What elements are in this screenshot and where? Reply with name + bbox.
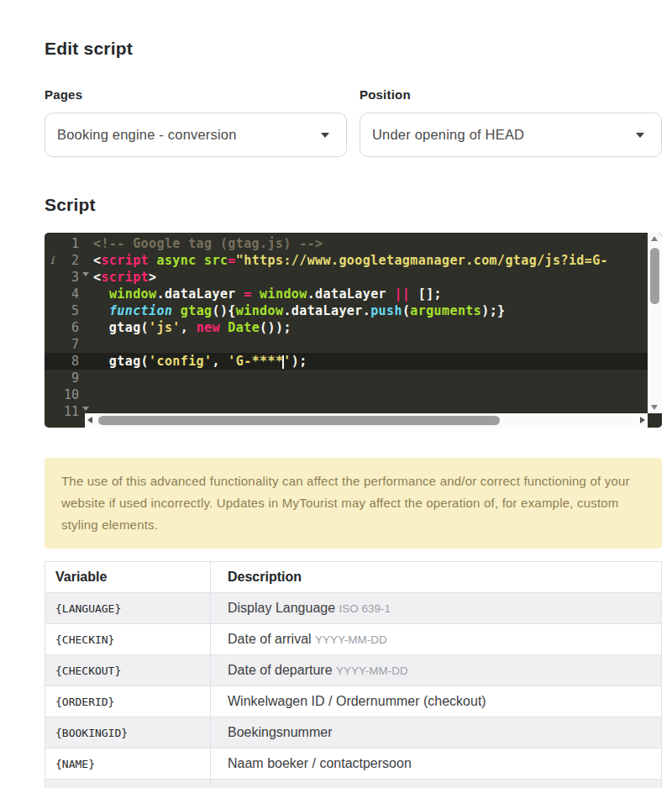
description-cell: Date of departure YYYY-MM-DD	[211, 655, 662, 686]
chevron-down-icon	[636, 133, 644, 138]
page-title: Edit script	[45, 39, 662, 59]
description-cell: Display Language ISO 639-1	[211, 593, 662, 624]
format-hint: YYYY-MM-DD	[336, 665, 408, 677]
code-text: <script>	[89, 269, 662, 286]
scrollbar-corner	[648, 413, 662, 428]
pages-label: Pages	[45, 87, 347, 102]
info-icon: i	[50, 252, 54, 269]
gutter-line-number: 10	[45, 386, 89, 403]
description-cell: Boekingsnummer	[211, 717, 662, 749]
gutter-line-number: 7	[45, 336, 89, 353]
description-cell: Date of arrival YYYY-MM-DD	[211, 624, 662, 655]
code-line: 8 gtag('config', 'G-****');	[45, 353, 662, 370]
variable-cell: {CHECKIN}	[45, 624, 211, 655]
scroll-down-icon[interactable]	[651, 405, 658, 410]
code-line: 9	[45, 370, 662, 386]
pages-select-value: Booking engine - conversion	[57, 127, 237, 143]
gutter-line-number: 1	[45, 235, 89, 252]
description-column-header: Description	[211, 562, 662, 593]
variable-cell: {BOOKINGID}	[45, 717, 211, 749]
code-line: i2<script async src="https://www.googlet…	[45, 252, 662, 269]
code-lines: 1<!-- Google tag (gtag.js) -->i2<script …	[45, 233, 662, 420]
vertical-scrollbar-thumb[interactable]	[650, 248, 659, 304]
scroll-left-icon[interactable]	[87, 417, 92, 423]
variable-cell: {ORDERID}	[45, 686, 211, 717]
table-row: {CHECKOUT}Date of departure YYYY-MM-DD	[45, 655, 662, 686]
code-line: 5 function gtag(){window.dataLayer.push(…	[45, 302, 662, 319]
gutter-line-number: 8	[45, 353, 89, 370]
table-row: {CHECKIN}Date of arrival YYYY-MM-DD	[45, 624, 662, 655]
table-row: {COUNTRY}Kamertype naam	[45, 780, 662, 788]
gutter-line-number: 11	[45, 403, 89, 420]
table-row: {ORDERID}Winkelwagen ID / Ordernummer (c…	[45, 686, 662, 717]
vertical-scrollbar[interactable]	[648, 233, 662, 413]
fold-arrow-icon[interactable]	[82, 272, 89, 276]
code-text: gtag('js', new Date());	[89, 319, 662, 336]
table-row: {NAME}Naam boeker / contactpersoon	[45, 749, 662, 780]
code-text	[89, 386, 662, 403]
variable-cell: {COUNTRY}	[45, 780, 211, 788]
gutter-line-number: 3	[45, 269, 89, 286]
table-row: {LANGUAGE}Display Language ISO 639-1	[45, 593, 662, 624]
pages-select[interactable]: Booking engine - conversion	[45, 113, 347, 157]
scroll-up-icon[interactable]	[651, 236, 658, 241]
gutter-line-number: 6	[45, 319, 89, 336]
code-text: window.dataLayer = window.dataLayer || […	[89, 286, 662, 302]
code-line: 6 gtag('js', new Date());	[45, 319, 662, 336]
code-line: 3<script>	[45, 269, 662, 286]
format-hint: YYYY-MM-DD	[315, 633, 387, 646]
variables-table: Variable Description {LANGUAGE}Display L…	[45, 561, 662, 788]
position-select[interactable]: Under opening of HEAD	[360, 113, 662, 157]
description-cell: Kamertype naam	[211, 780, 662, 788]
horizontal-scrollbar-thumb[interactable]	[98, 416, 500, 425]
chevron-down-icon	[321, 133, 329, 138]
variable-cell: {LANGUAGE}	[45, 593, 211, 624]
scroll-right-icon[interactable]	[640, 417, 645, 423]
variable-cell: {CHECKOUT}	[45, 655, 211, 686]
gutter-line-number: 9	[45, 370, 89, 386]
fold-arrow-icon[interactable]	[82, 407, 89, 411]
code-text	[89, 370, 662, 386]
code-line: 7	[45, 336, 662, 353]
description-cell: Naam boeker / contactpersoon	[211, 749, 662, 780]
code-text: gtag('config', 'G-****');	[89, 353, 662, 370]
gutter-line-number: 5	[45, 302, 89, 319]
variable-column-header: Variable	[45, 562, 211, 593]
gutter-line-number: 4	[45, 286, 89, 302]
gutter-line-number: i2	[45, 252, 89, 269]
position-select-value: Under opening of HEAD	[372, 127, 524, 143]
code-line: 10	[45, 386, 662, 403]
code-text	[89, 336, 662, 353]
script-section-title: Script	[45, 195, 662, 215]
pages-field: Pages Booking engine - conversion	[45, 87, 347, 157]
position-field: Position Under opening of HEAD	[360, 87, 662, 157]
table-row: {BOOKINGID}Boekingsnummer	[45, 717, 662, 749]
description-cell: Winkelwagen ID / Ordernummer (checkout)	[211, 686, 662, 717]
code-line: 4 window.dataLayer = window.dataLayer ||…	[45, 286, 662, 302]
position-label: Position	[360, 87, 662, 102]
code-line: 1<!-- Google tag (gtag.js) -->	[45, 235, 662, 252]
code-text: <script async src="https://www.googletag…	[89, 252, 662, 269]
code-text: function gtag(){window.dataLayer.push(ar…	[89, 302, 662, 319]
format-hint: ISO 639-1	[339, 602, 391, 615]
code-text: <!-- Google tag (gtag.js) -->	[89, 235, 662, 252]
script-settings-form: Pages Booking engine - conversion Positi…	[45, 87, 662, 157]
script-code-editor[interactable]: 1<!-- Google tag (gtag.js) -->i2<script …	[45, 233, 662, 428]
table-header-row: Variable Description	[45, 562, 662, 593]
variable-cell: {NAME}	[45, 749, 211, 780]
warning-banner: The use of this advanced functionality c…	[45, 458, 662, 549]
horizontal-scrollbar[interactable]	[85, 413, 648, 428]
edit-script-panel: Edit script Pages Booking engine - conve…	[45, 39, 662, 788]
